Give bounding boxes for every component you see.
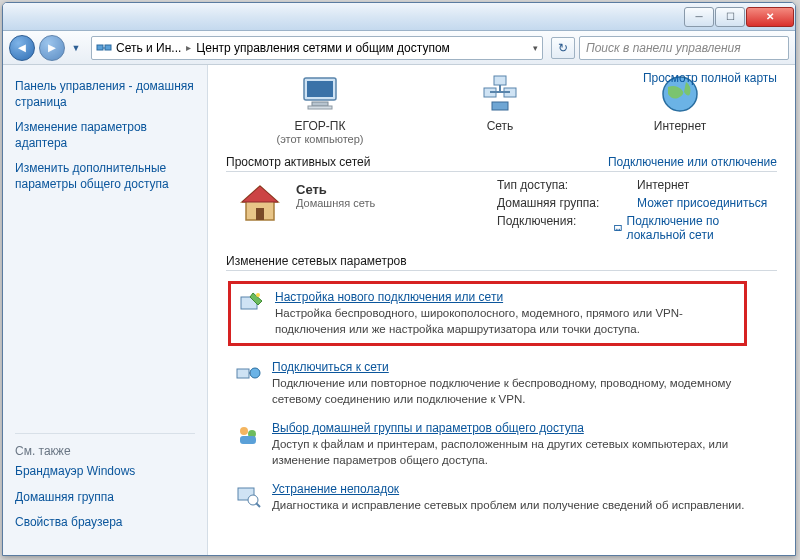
computer-icon <box>260 71 380 117</box>
task-title-link[interactable]: Устранение неполадок <box>272 482 744 496</box>
svg-rect-1 <box>105 45 111 50</box>
maximize-button[interactable]: ☐ <box>715 7 745 27</box>
see-also-header: См. также <box>15 433 195 458</box>
map-node-this-pc: ЕГОР-ПК (этот компьютер) <box>260 71 380 145</box>
svg-rect-6 <box>308 106 332 109</box>
kv-value: Интернет <box>637 178 689 192</box>
map-node-network: Сеть <box>440 71 560 133</box>
kv-key: Тип доступа: <box>497 178 637 192</box>
section-change-settings: Изменение сетевых параметров <box>226 254 777 271</box>
svg-rect-5 <box>312 102 328 106</box>
svg-rect-23 <box>237 369 249 378</box>
network-name: Сеть <box>296 182 375 197</box>
svg-line-31 <box>256 503 260 507</box>
address-bar[interactable]: Сеть и Ин... ▸ Центр управления сетями и… <box>91 36 543 60</box>
view-full-map-link[interactable]: Просмотр полной карты <box>643 71 777 85</box>
sidebar-link-adapter-settings[interactable]: Изменение параметров адаптера <box>15 120 195 151</box>
breadcrumb-segment[interactable]: Сеть и Ин... <box>116 41 181 55</box>
address-dropdown-icon[interactable]: ▾ <box>529 43 538 53</box>
connect-disconnect-link[interactable]: Подключение или отключение <box>608 155 777 169</box>
control-panel-window: ─ ☐ ✕ ◄ ► ▼ Сеть и Ин... ▸ Центр управле… <box>2 2 796 556</box>
svg-point-26 <box>240 427 248 435</box>
svg-rect-4 <box>307 81 333 97</box>
sidebar-link-home[interactable]: Панель управления - домашняя страница <box>15 79 195 110</box>
map-node-label: Интернет <box>620 119 740 133</box>
setup-new-connection-item[interactable]: Настройка нового подключения или сети На… <box>228 281 747 346</box>
task-title-link[interactable]: Подключиться к сети <box>272 360 777 374</box>
sidebar-link-homegroup[interactable]: Домашняя группа <box>15 490 195 506</box>
nav-history-dropdown[interactable]: ▼ <box>69 35 83 61</box>
task-title-link[interactable]: Выбор домашней группы и параметров общег… <box>272 421 777 435</box>
breadcrumb-segment[interactable]: Центр управления сетями и общим доступом <box>196 41 450 55</box>
main-pane: Просмотр полной карты ЕГОР-ПК (этот комп… <box>208 65 795 555</box>
toolbar: ◄ ► ▼ Сеть и Ин... ▸ Центр управления се… <box>3 31 795 65</box>
svg-marker-15 <box>242 186 278 202</box>
minimize-button[interactable]: ─ <box>684 7 714 27</box>
troubleshoot-icon <box>234 482 262 510</box>
network-icon <box>440 71 560 117</box>
task-description: Настройка беспроводного, широкополосного… <box>275 306 738 337</box>
troubleshoot-item[interactable]: Устранение неполадок Диагностика и испра… <box>234 482 777 514</box>
map-node-label: ЕГОР-ПК <box>260 119 380 133</box>
network-settings-list: Настройка нового подключения или сети На… <box>226 281 777 514</box>
map-node-sublabel: (этот компьютер) <box>260 133 380 145</box>
svg-rect-12 <box>492 102 508 110</box>
sidebar-link-browser-properties[interactable]: Свойства браузера <box>15 515 195 531</box>
section-title: Изменение сетевых параметров <box>226 254 407 268</box>
svg-rect-9 <box>494 76 506 85</box>
kv-key: Подключения: <box>497 214 613 242</box>
search-input[interactable]: Поиск в панели управления <box>579 36 789 60</box>
svg-point-24 <box>250 368 260 378</box>
titlebar: ─ ☐ ✕ <box>3 3 795 31</box>
task-description: Диагностика и исправление сетевых пробле… <box>272 498 744 514</box>
network-center-icon <box>96 40 112 56</box>
svg-rect-16 <box>256 208 264 220</box>
ethernet-icon <box>613 222 623 234</box>
homegroup-sharing-item[interactable]: Выбор домашней группы и параметров общег… <box>234 421 777 468</box>
network-type: Домашняя сеть <box>296 197 375 209</box>
connect-to-network-item[interactable]: Подключиться к сети Подключение или повт… <box>234 360 777 407</box>
svg-rect-28 <box>240 436 256 444</box>
sidebar: Панель управления - домашняя страница Из… <box>3 65 208 555</box>
task-description: Доступ к файлам и принтерам, расположенн… <box>272 437 777 468</box>
kv-key: Домашняя группа: <box>497 196 637 210</box>
connection-link[interactable]: Подключение по локальной сети <box>613 214 777 242</box>
svg-rect-0 <box>97 45 103 50</box>
connect-icon <box>234 360 262 388</box>
close-button[interactable]: ✕ <box>746 7 794 27</box>
home-network-icon <box>238 182 282 226</box>
back-button[interactable]: ◄ <box>9 35 35 61</box>
homegroup-icon <box>234 421 262 449</box>
active-network-block: Сеть Домашняя сеть Тип доступа:Интернет … <box>226 178 777 246</box>
section-active-networks: Просмотр активных сетей Подключение или … <box>226 155 777 172</box>
body: Панель управления - домашняя страница Из… <box>3 65 795 555</box>
task-title-link[interactable]: Настройка нового подключения или сети <box>275 290 738 304</box>
sidebar-link-advanced-sharing[interactable]: Изменить дополнительные параметры общего… <box>15 161 195 192</box>
network-details-table: Тип доступа:Интернет Домашняя группа:Мож… <box>497 178 777 246</box>
map-node-label: Сеть <box>440 119 560 133</box>
section-title: Просмотр активных сетей <box>226 155 370 169</box>
task-description: Подключение или повторное подключение к … <box>272 376 777 407</box>
svg-point-22 <box>256 293 260 297</box>
refresh-button[interactable]: ↻ <box>551 37 575 59</box>
homegroup-link[interactable]: Может присоединиться <box>637 196 767 210</box>
forward-button[interactable]: ► <box>39 35 65 61</box>
sidebar-link-firewall[interactable]: Брандмауэр Windows <box>15 464 195 480</box>
breadcrumb-separator: ▸ <box>181 42 196 53</box>
wizard-icon <box>237 290 265 318</box>
